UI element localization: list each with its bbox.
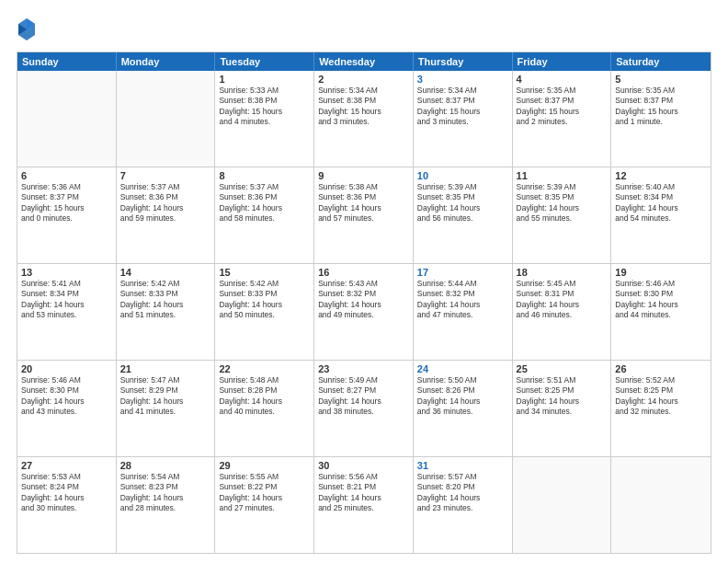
page: SundayMondayTuesdayWednesdayThursdayFrid… bbox=[0, 0, 728, 563]
calendar-body: 1Sunrise: 5:33 AM Sunset: 8:38 PM Daylig… bbox=[17, 71, 711, 553]
cell-text: Sunrise: 5:56 AM Sunset: 8:21 PM Dayligh… bbox=[318, 472, 409, 514]
logo-icon bbox=[17, 17, 37, 42]
cell-text: Sunrise: 5:35 AM Sunset: 8:37 PM Dayligh… bbox=[517, 86, 608, 128]
cell-text: Sunrise: 5:35 AM Sunset: 8:37 PM Dayligh… bbox=[615, 86, 707, 128]
cal-cell: 28Sunrise: 5:54 AM Sunset: 8:23 PM Dayli… bbox=[117, 457, 216, 553]
cell-text: Sunrise: 5:45 AM Sunset: 8:31 PM Dayligh… bbox=[517, 279, 608, 321]
cal-cell: 17Sunrise: 5:44 AM Sunset: 8:32 PM Dayli… bbox=[414, 264, 513, 360]
cal-cell: 23Sunrise: 5:49 AM Sunset: 8:27 PM Dayli… bbox=[314, 361, 414, 456]
cal-cell: 2Sunrise: 5:34 AM Sunset: 8:38 PM Daylig… bbox=[314, 71, 414, 167]
day-number: 2 bbox=[318, 74, 409, 85]
day-number: 15 bbox=[219, 267, 310, 278]
cell-text: Sunrise: 5:44 AM Sunset: 8:32 PM Dayligh… bbox=[417, 279, 508, 321]
day-number: 30 bbox=[318, 460, 409, 471]
day-number: 3 bbox=[417, 74, 508, 85]
cal-cell: 3Sunrise: 5:34 AM Sunset: 8:37 PM Daylig… bbox=[414, 71, 513, 167]
day-number: 28 bbox=[120, 460, 211, 471]
cal-cell: 19Sunrise: 5:46 AM Sunset: 8:30 PM Dayli… bbox=[611, 264, 711, 360]
cell-text: Sunrise: 5:41 AM Sunset: 8:34 PM Dayligh… bbox=[21, 279, 112, 321]
day-number: 8 bbox=[219, 170, 310, 181]
cal-cell: 4Sunrise: 5:35 AM Sunset: 8:37 PM Daylig… bbox=[513, 71, 612, 167]
cal-cell: 6Sunrise: 5:36 AM Sunset: 8:37 PM Daylig… bbox=[17, 167, 117, 263]
cal-cell bbox=[17, 71, 117, 167]
cell-text: Sunrise: 5:33 AM Sunset: 8:38 PM Dayligh… bbox=[219, 86, 310, 128]
cell-text: Sunrise: 5:39 AM Sunset: 8:35 PM Dayligh… bbox=[417, 182, 508, 224]
cal-cell bbox=[513, 457, 612, 553]
cal-cell: 18Sunrise: 5:45 AM Sunset: 8:31 PM Dayli… bbox=[513, 264, 612, 360]
cal-header-thursday: Thursday bbox=[414, 52, 513, 71]
cell-text: Sunrise: 5:50 AM Sunset: 8:26 PM Dayligh… bbox=[417, 375, 508, 418]
cal-cell bbox=[611, 457, 711, 553]
cal-cell: 27Sunrise: 5:53 AM Sunset: 8:24 PM Dayli… bbox=[17, 457, 117, 553]
day-number: 1 bbox=[219, 74, 310, 85]
cal-header-saturday: Saturday bbox=[611, 52, 711, 71]
cell-text: Sunrise: 5:57 AM Sunset: 8:20 PM Dayligh… bbox=[417, 472, 508, 514]
day-number: 19 bbox=[615, 267, 707, 278]
cal-row-2: 6Sunrise: 5:36 AM Sunset: 8:37 PM Daylig… bbox=[17, 167, 711, 263]
cal-cell: 5Sunrise: 5:35 AM Sunset: 8:37 PM Daylig… bbox=[611, 71, 711, 167]
cal-header-sunday: Sunday bbox=[17, 52, 117, 71]
cal-cell: 8Sunrise: 5:37 AM Sunset: 8:36 PM Daylig… bbox=[215, 167, 314, 263]
cell-text: Sunrise: 5:40 AM Sunset: 8:34 PM Dayligh… bbox=[615, 182, 707, 224]
logo bbox=[17, 17, 40, 42]
cal-cell: 11Sunrise: 5:39 AM Sunset: 8:35 PM Dayli… bbox=[513, 167, 612, 263]
cell-text: Sunrise: 5:52 AM Sunset: 8:25 PM Dayligh… bbox=[615, 375, 707, 418]
cal-header-friday: Friday bbox=[513, 52, 612, 71]
cal-cell: 15Sunrise: 5:42 AM Sunset: 8:33 PM Dayli… bbox=[215, 264, 314, 360]
cal-cell: 1Sunrise: 5:33 AM Sunset: 8:38 PM Daylig… bbox=[215, 71, 314, 167]
cal-header-monday: Monday bbox=[117, 52, 216, 71]
cal-row-1: 1Sunrise: 5:33 AM Sunset: 8:38 PM Daylig… bbox=[17, 71, 711, 167]
day-number: 31 bbox=[417, 460, 508, 471]
cal-row-4: 20Sunrise: 5:46 AM Sunset: 8:30 PM Dayli… bbox=[17, 360, 711, 456]
cal-cell: 10Sunrise: 5:39 AM Sunset: 8:35 PM Dayli… bbox=[414, 167, 513, 263]
day-number: 14 bbox=[120, 267, 211, 278]
cell-text: Sunrise: 5:54 AM Sunset: 8:23 PM Dayligh… bbox=[120, 472, 211, 514]
day-number: 4 bbox=[517, 74, 608, 85]
day-number: 23 bbox=[318, 363, 409, 374]
cal-row-3: 13Sunrise: 5:41 AM Sunset: 8:34 PM Dayli… bbox=[17, 263, 711, 360]
cal-cell: 7Sunrise: 5:37 AM Sunset: 8:36 PM Daylig… bbox=[117, 167, 216, 263]
cell-text: Sunrise: 5:43 AM Sunset: 8:32 PM Dayligh… bbox=[318, 279, 409, 321]
cal-cell: 24Sunrise: 5:50 AM Sunset: 8:26 PM Dayli… bbox=[414, 361, 513, 456]
cal-cell: 22Sunrise: 5:48 AM Sunset: 8:28 PM Dayli… bbox=[215, 361, 314, 456]
day-number: 29 bbox=[219, 460, 310, 471]
cal-row-5: 27Sunrise: 5:53 AM Sunset: 8:24 PM Dayli… bbox=[17, 456, 711, 553]
cell-text: Sunrise: 5:55 AM Sunset: 8:22 PM Dayligh… bbox=[219, 472, 310, 514]
cell-text: Sunrise: 5:46 AM Sunset: 8:30 PM Dayligh… bbox=[615, 279, 707, 321]
day-number: 27 bbox=[21, 460, 112, 471]
day-number: 22 bbox=[219, 363, 310, 374]
cell-text: Sunrise: 5:42 AM Sunset: 8:33 PM Dayligh… bbox=[120, 279, 211, 321]
cal-header-wednesday: Wednesday bbox=[314, 52, 414, 71]
day-number: 25 bbox=[517, 363, 608, 374]
cal-cell: 9Sunrise: 5:38 AM Sunset: 8:36 PM Daylig… bbox=[314, 167, 414, 263]
day-number: 17 bbox=[417, 267, 508, 278]
day-number: 9 bbox=[318, 170, 409, 181]
cal-cell: 26Sunrise: 5:52 AM Sunset: 8:25 PM Dayli… bbox=[611, 361, 711, 456]
cell-text: Sunrise: 5:42 AM Sunset: 8:33 PM Dayligh… bbox=[219, 279, 310, 321]
cal-cell bbox=[117, 71, 216, 167]
cell-text: Sunrise: 5:36 AM Sunset: 8:37 PM Dayligh… bbox=[21, 182, 112, 224]
day-number: 11 bbox=[517, 170, 608, 181]
cell-text: Sunrise: 5:39 AM Sunset: 8:35 PM Dayligh… bbox=[517, 182, 608, 224]
day-number: 10 bbox=[417, 170, 508, 181]
day-number: 26 bbox=[615, 363, 707, 374]
cal-cell: 29Sunrise: 5:55 AM Sunset: 8:22 PM Dayli… bbox=[215, 457, 314, 553]
cal-cell: 16Sunrise: 5:43 AM Sunset: 8:32 PM Dayli… bbox=[314, 264, 414, 360]
cal-cell: 13Sunrise: 5:41 AM Sunset: 8:34 PM Dayli… bbox=[17, 264, 117, 360]
calendar-header: SundayMondayTuesdayWednesdayThursdayFrid… bbox=[17, 52, 711, 71]
day-number: 20 bbox=[21, 363, 112, 374]
day-number: 12 bbox=[615, 170, 707, 181]
cell-text: Sunrise: 5:48 AM Sunset: 8:28 PM Dayligh… bbox=[219, 375, 310, 418]
cal-header-tuesday: Tuesday bbox=[215, 52, 314, 71]
cell-text: Sunrise: 5:34 AM Sunset: 8:38 PM Dayligh… bbox=[318, 86, 409, 128]
day-number: 7 bbox=[120, 170, 211, 181]
cell-text: Sunrise: 5:53 AM Sunset: 8:24 PM Dayligh… bbox=[21, 472, 112, 514]
cell-text: Sunrise: 5:49 AM Sunset: 8:27 PM Dayligh… bbox=[318, 375, 409, 418]
header bbox=[17, 17, 711, 42]
day-number: 6 bbox=[21, 170, 112, 181]
day-number: 21 bbox=[120, 363, 211, 374]
cell-text: Sunrise: 5:46 AM Sunset: 8:30 PM Dayligh… bbox=[21, 375, 112, 418]
day-number: 13 bbox=[21, 267, 112, 278]
cell-text: Sunrise: 5:51 AM Sunset: 8:25 PM Dayligh… bbox=[517, 375, 608, 418]
cal-cell: 14Sunrise: 5:42 AM Sunset: 8:33 PM Dayli… bbox=[117, 264, 216, 360]
